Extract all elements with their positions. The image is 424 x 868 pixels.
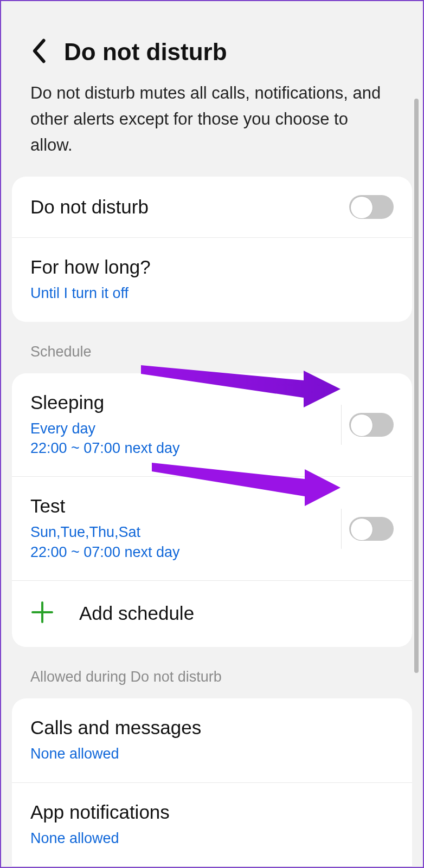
plus-icon: [30, 600, 54, 626]
dnd-master-row[interactable]: Do not disturb: [12, 177, 412, 238]
duration-row[interactable]: For how long? Until I turn it off: [12, 238, 412, 321]
allowed-sub: None allowed: [30, 828, 394, 848]
allowed-title: Calls and messages: [30, 717, 394, 739]
page-title: Do not disturb: [64, 38, 227, 66]
allowed-card: Calls and messages None allowed App noti…: [12, 698, 412, 868]
duration-value: Until I turn it off: [30, 283, 394, 303]
schedule-toggle-test[interactable]: [349, 517, 394, 541]
page-description: Do not disturb mutes all calls, notifica…: [10, 80, 414, 177]
duration-label: For how long?: [30, 256, 394, 278]
header: Do not disturb: [10, 1, 414, 80]
schedule-card: Sleeping Every day 22:00 ~ 07:00 next da…: [12, 373, 412, 647]
section-header-allowed: Allowed during Do not disturb: [10, 647, 414, 698]
add-schedule-label: Add schedule: [79, 603, 194, 624]
allowed-sub: None allowed: [30, 744, 394, 763]
section-header-schedule: Schedule: [10, 322, 414, 373]
allowed-row-apps[interactable]: App notifications None allowed: [12, 783, 412, 867]
divider: [341, 405, 342, 445]
schedule-detail: Sun,Tue,Thu,Sat 22:00 ~ 07:00 next day: [30, 522, 333, 562]
dnd-master-label: Do not disturb: [30, 196, 349, 218]
allowed-title: App notifications: [30, 801, 394, 823]
schedule-row-sleeping[interactable]: Sleeping Every day 22:00 ~ 07:00 next da…: [12, 373, 412, 477]
divider: [341, 509, 342, 549]
add-schedule-row[interactable]: Add schedule: [12, 581, 412, 647]
schedule-row-test[interactable]: Test Sun,Tue,Thu,Sat 22:00 ~ 07:00 next …: [12, 477, 412, 581]
scrollbar[interactable]: [414, 99, 419, 673]
schedule-detail: Every day 22:00 ~ 07:00 next day: [30, 419, 333, 458]
main-card: Do not disturb For how long? Until I tur…: [12, 177, 412, 321]
schedule-name: Sleeping: [30, 392, 333, 413]
dnd-master-toggle[interactable]: [349, 195, 394, 219]
schedule-toggle-sleeping[interactable]: [349, 413, 394, 437]
schedule-name: Test: [30, 495, 333, 517]
back-icon[interactable]: [30, 38, 47, 66]
allowed-row-calls[interactable]: Calls and messages None allowed: [12, 698, 412, 782]
